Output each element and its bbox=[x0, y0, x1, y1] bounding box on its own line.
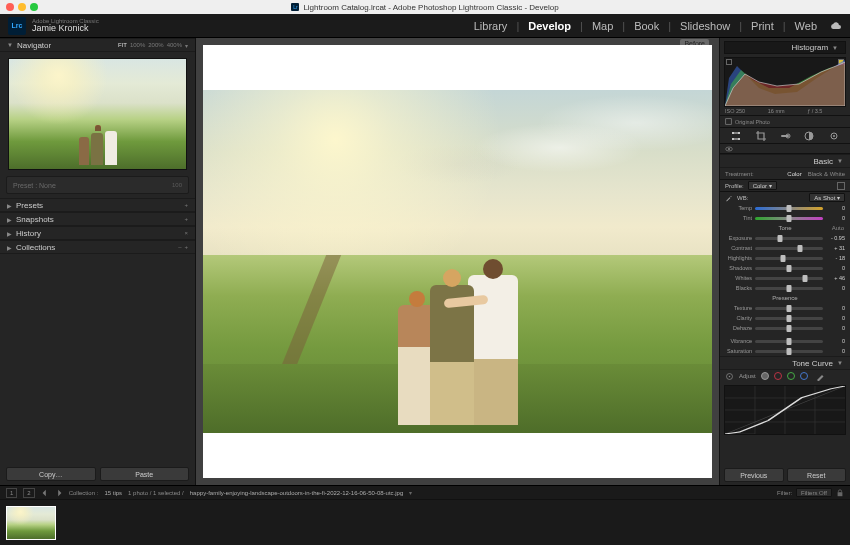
slider-track[interactable] bbox=[755, 207, 823, 210]
history-header[interactable]: ▶History× bbox=[0, 226, 195, 240]
navigator-zoom-2[interactable]: 400% bbox=[167, 42, 182, 48]
slider-track[interactable] bbox=[755, 257, 823, 260]
chevron-down-icon[interactable]: ▾ bbox=[185, 42, 188, 49]
highlights-slider[interactable]: Highlights- 18 bbox=[720, 253, 850, 263]
loupe-view[interactable]: Before bbox=[196, 38, 719, 485]
identity-plate[interactable]: Adobe Lightroom Classic Jamie Kronick bbox=[32, 18, 99, 33]
module-print[interactable]: Print bbox=[751, 20, 774, 32]
slider-thumb[interactable] bbox=[787, 205, 792, 212]
slider-track[interactable] bbox=[755, 350, 823, 353]
slider-thumb[interactable] bbox=[778, 235, 783, 242]
curve-red-button[interactable] bbox=[774, 372, 782, 380]
slider-track[interactable] bbox=[755, 217, 823, 220]
profile-select[interactable]: Color ▾ bbox=[748, 181, 777, 190]
temp-slider[interactable]: Temp0 bbox=[720, 203, 850, 213]
panel-switch-icon[interactable] bbox=[725, 145, 733, 153]
plus-icon[interactable]: + bbox=[184, 244, 188, 250]
masking-tool-button[interactable] bbox=[803, 130, 815, 142]
slider-track[interactable] bbox=[755, 340, 823, 343]
filmstrip-thumbnails[interactable] bbox=[0, 500, 850, 545]
slider-thumb[interactable] bbox=[787, 325, 792, 332]
source-path[interactable]: happy-family-enjoying-landscape-outdoors… bbox=[190, 490, 403, 496]
previous-button[interactable]: Previous bbox=[724, 468, 784, 482]
reset-button[interactable]: Reset bbox=[787, 468, 847, 482]
module-book[interactable]: Book bbox=[634, 20, 659, 32]
slider-thumb[interactable] bbox=[787, 265, 792, 272]
clear-icon[interactable]: × bbox=[184, 230, 188, 236]
shadows-slider[interactable]: Shadows0 bbox=[720, 263, 850, 273]
slider-track[interactable] bbox=[755, 287, 823, 290]
slider-track[interactable] bbox=[755, 277, 823, 280]
clarity-slider[interactable]: Clarity0 bbox=[720, 313, 850, 323]
treatment-bw-button[interactable]: Black & White bbox=[808, 171, 845, 177]
filter-lock-icon[interactable] bbox=[836, 489, 844, 497]
contrast-slider[interactable]: Contrast+ 31 bbox=[720, 243, 850, 253]
navigator-zoom-1[interactable]: 200% bbox=[148, 42, 163, 48]
target-adjust-icon[interactable] bbox=[725, 372, 734, 381]
saturation-slider[interactable]: Saturation0 bbox=[720, 346, 850, 356]
basic-panel-header[interactable]: Basic▼ bbox=[720, 154, 850, 168]
slider-thumb[interactable] bbox=[787, 215, 792, 222]
slider-thumb[interactable] bbox=[787, 285, 792, 292]
slider-thumb[interactable] bbox=[802, 275, 807, 282]
point-curve-icon[interactable] bbox=[816, 372, 825, 381]
tonecurve-panel-header[interactable]: Tone Curve▼ bbox=[720, 356, 850, 370]
auto-tone-button[interactable]: Auto bbox=[832, 225, 844, 231]
collections-header[interactable]: ▶Collections–+ bbox=[0, 240, 195, 254]
curve-blue-button[interactable] bbox=[800, 372, 808, 380]
module-map[interactable]: Map bbox=[592, 20, 613, 32]
wb-eyedropper-icon[interactable] bbox=[725, 194, 733, 202]
slider-track[interactable] bbox=[755, 247, 823, 250]
nav-back-icon[interactable] bbox=[41, 489, 49, 497]
slider-thumb[interactable] bbox=[787, 338, 792, 345]
filmstrip-thumbnail[interactable] bbox=[6, 506, 56, 540]
filter-select[interactable]: Filters Off bbox=[796, 488, 832, 497]
navigator-zoom-fill[interactable]: 100% bbox=[130, 42, 145, 48]
presets-header[interactable]: ▶Presets+ bbox=[0, 198, 195, 212]
dehaze-slider[interactable]: Dehaze0 bbox=[720, 323, 850, 333]
healing-tool-button[interactable] bbox=[779, 130, 791, 142]
navigator-zoom-fit[interactable]: FIT bbox=[118, 42, 127, 48]
profile-browser-button[interactable] bbox=[837, 182, 845, 190]
module-web[interactable]: Web bbox=[795, 20, 817, 32]
slider-thumb[interactable] bbox=[787, 315, 792, 322]
blacks-slider[interactable]: Blacks0 bbox=[720, 283, 850, 293]
slider-track[interactable] bbox=[755, 307, 823, 310]
edit-tool-button[interactable] bbox=[730, 130, 742, 142]
curve-green-button[interactable] bbox=[787, 372, 795, 380]
redeye-tool-button[interactable] bbox=[828, 130, 840, 142]
wb-preset-select[interactable]: As Shot ▾ bbox=[809, 193, 845, 202]
slider-track[interactable] bbox=[755, 317, 823, 320]
texture-slider[interactable]: Texture0 bbox=[720, 303, 850, 313]
slider-track[interactable] bbox=[755, 237, 823, 240]
module-library[interactable]: Library bbox=[474, 20, 508, 32]
preset-amount-slider[interactable]: Preset : None100 bbox=[6, 176, 189, 194]
histogram[interactable] bbox=[724, 57, 846, 107]
navigator-header[interactable]: ▼ Navigator FIT 100% 200% 400% ▾ bbox=[0, 38, 195, 52]
histogram-header[interactable]: Histogram▼ bbox=[724, 41, 846, 54]
navigator-thumbnail[interactable] bbox=[8, 58, 187, 170]
slider-track[interactable] bbox=[755, 327, 823, 330]
main-window-button[interactable]: 1 bbox=[6, 488, 17, 498]
original-photo-indicator[interactable]: Original Photo bbox=[720, 115, 850, 128]
slider-track[interactable] bbox=[755, 267, 823, 270]
plus-icon[interactable]: + bbox=[184, 216, 188, 222]
slider-thumb[interactable] bbox=[780, 255, 785, 262]
second-window-button[interactable]: 2 bbox=[23, 488, 34, 498]
slider-thumb[interactable] bbox=[797, 245, 802, 252]
paste-settings-button[interactable]: Paste bbox=[100, 467, 190, 481]
plus-icon[interactable]: + bbox=[184, 202, 188, 208]
slider-thumb[interactable] bbox=[787, 348, 792, 355]
module-develop[interactable]: Develop bbox=[528, 20, 571, 32]
slider-thumb[interactable] bbox=[787, 305, 792, 312]
snapshots-header[interactable]: ▶Snapshots+ bbox=[0, 212, 195, 226]
curve-rgb-button[interactable] bbox=[761, 372, 769, 380]
copy-settings-button[interactable]: Copy… bbox=[6, 467, 96, 481]
module-slideshow[interactable]: Slideshow bbox=[680, 20, 730, 32]
exposure-slider[interactable]: Exposure- 0.95 bbox=[720, 233, 850, 243]
vibrance-slider[interactable]: Vibrance0 bbox=[720, 336, 850, 346]
tint-slider[interactable]: Tint0 bbox=[720, 213, 850, 223]
cloud-sync-icon[interactable] bbox=[830, 21, 842, 31]
treatment-color-button[interactable]: Color bbox=[787, 171, 801, 177]
nav-forward-icon[interactable] bbox=[55, 489, 63, 497]
